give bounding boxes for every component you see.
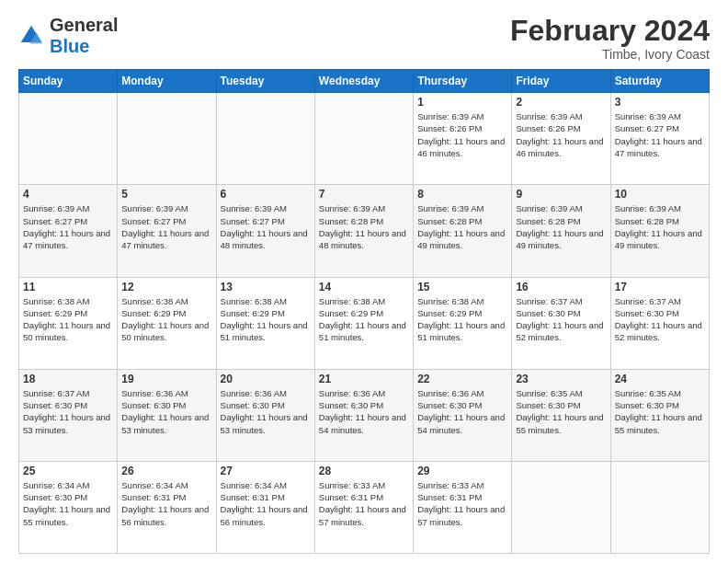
table-row: 14Sunrise: 6:38 AMSunset: 6:29 PMDayligh… <box>314 277 413 369</box>
calendar-header-row: Sunday Monday Tuesday Wednesday Thursday… <box>19 70 710 93</box>
calendar-week-row: 1Sunrise: 6:39 AMSunset: 6:26 PMDaylight… <box>19 93 710 185</box>
day-number: 21 <box>319 373 409 385</box>
day-info: Sunrise: 6:39 AMSunset: 6:27 PMDaylight:… <box>121 202 211 251</box>
day-number: 18 <box>23 373 113 385</box>
day-number: 3 <box>615 96 705 109</box>
table-row: 22Sunrise: 6:36 AMSunset: 6:30 PMDayligh… <box>414 369 512 461</box>
day-number: 24 <box>615 373 705 385</box>
table-row: 18Sunrise: 6:37 AMSunset: 6:30 PMDayligh… <box>19 369 118 461</box>
month-title: February 2024 <box>510 15 710 47</box>
day-number: 19 <box>121 373 211 385</box>
day-number: 5 <box>121 188 211 201</box>
day-info: Sunrise: 6:39 AMSunset: 6:28 PMDaylight:… <box>516 202 606 251</box>
day-number: 8 <box>417 188 507 201</box>
day-number: 16 <box>516 281 606 293</box>
header-tuesday: Tuesday <box>216 70 314 93</box>
table-row <box>19 93 118 185</box>
day-info: Sunrise: 6:33 AMSunset: 6:31 PMDaylight:… <box>319 479 409 528</box>
day-number: 22 <box>417 373 507 385</box>
day-info: Sunrise: 6:39 AMSunset: 6:27 PMDaylight:… <box>615 110 705 159</box>
day-info: Sunrise: 6:36 AMSunset: 6:30 PMDaylight:… <box>417 387 507 436</box>
table-row <box>314 93 413 185</box>
day-info: Sunrise: 6:39 AMSunset: 6:27 PMDaylight:… <box>23 202 113 251</box>
header-saturday: Saturday <box>610 70 709 93</box>
day-number: 12 <box>121 281 211 293</box>
table-row: 2Sunrise: 6:39 AMSunset: 6:26 PMDaylight… <box>512 93 610 185</box>
day-info: Sunrise: 6:35 AMSunset: 6:30 PMDaylight:… <box>516 387 606 436</box>
calendar-week-row: 4Sunrise: 6:39 AMSunset: 6:27 PMDaylight… <box>19 185 710 277</box>
table-row: 27Sunrise: 6:34 AMSunset: 6:31 PMDayligh… <box>216 461 314 553</box>
calendar-week-row: 18Sunrise: 6:37 AMSunset: 6:30 PMDayligh… <box>19 369 710 461</box>
table-row: 28Sunrise: 6:33 AMSunset: 6:31 PMDayligh… <box>314 461 413 553</box>
title-block: February 2024 Timbe, Ivory Coast <box>510 15 710 62</box>
header-sunday: Sunday <box>19 70 118 93</box>
day-info: Sunrise: 6:39 AMSunset: 6:28 PMDaylight:… <box>615 202 705 251</box>
day-number: 2 <box>516 96 606 109</box>
table-row: 29Sunrise: 6:33 AMSunset: 6:31 PMDayligh… <box>414 461 512 553</box>
header-friday: Friday <box>512 70 610 93</box>
table-row <box>216 93 314 185</box>
table-row: 13Sunrise: 6:38 AMSunset: 6:29 PMDayligh… <box>216 277 314 369</box>
day-info: Sunrise: 6:34 AMSunset: 6:30 PMDaylight:… <box>23 479 113 528</box>
logo: General Blue <box>18 15 118 57</box>
calendar-week-row: 11Sunrise: 6:38 AMSunset: 6:29 PMDayligh… <box>19 277 710 369</box>
day-info: Sunrise: 6:37 AMSunset: 6:30 PMDaylight:… <box>615 295 705 344</box>
day-info: Sunrise: 6:39 AMSunset: 6:28 PMDaylight:… <box>319 202 409 251</box>
day-info: Sunrise: 6:37 AMSunset: 6:30 PMDaylight:… <box>516 295 606 344</box>
page: General Blue February 2024 Timbe, Ivory … <box>0 0 728 563</box>
day-info: Sunrise: 6:39 AMSunset: 6:26 PMDaylight:… <box>516 110 606 159</box>
table-row: 20Sunrise: 6:36 AMSunset: 6:30 PMDayligh… <box>216 369 314 461</box>
table-row: 23Sunrise: 6:35 AMSunset: 6:30 PMDayligh… <box>512 369 610 461</box>
day-number: 20 <box>221 373 311 385</box>
logo-icon <box>18 23 44 49</box>
day-info: Sunrise: 6:39 AMSunset: 6:27 PMDaylight:… <box>221 202 311 251</box>
table-row: 21Sunrise: 6:36 AMSunset: 6:30 PMDayligh… <box>314 369 413 461</box>
day-number: 28 <box>319 465 409 477</box>
day-number: 4 <box>23 188 113 201</box>
day-info: Sunrise: 6:36 AMSunset: 6:30 PMDaylight:… <box>319 387 409 436</box>
day-info: Sunrise: 6:37 AMSunset: 6:30 PMDaylight:… <box>23 387 113 436</box>
day-info: Sunrise: 6:35 AMSunset: 6:30 PMDaylight:… <box>615 387 705 436</box>
header-wednesday: Wednesday <box>314 70 413 93</box>
table-row <box>610 461 709 553</box>
header: General Blue February 2024 Timbe, Ivory … <box>18 15 710 62</box>
table-row: 26Sunrise: 6:34 AMSunset: 6:31 PMDayligh… <box>118 461 216 553</box>
table-row: 9Sunrise: 6:39 AMSunset: 6:28 PMDaylight… <box>512 185 610 277</box>
day-info: Sunrise: 6:36 AMSunset: 6:30 PMDaylight:… <box>221 387 311 436</box>
day-info: Sunrise: 6:34 AMSunset: 6:31 PMDaylight:… <box>221 479 311 528</box>
day-info: Sunrise: 6:39 AMSunset: 6:28 PMDaylight:… <box>417 202 507 251</box>
day-number: 13 <box>221 281 311 293</box>
table-row <box>512 461 610 553</box>
table-row: 19Sunrise: 6:36 AMSunset: 6:30 PMDayligh… <box>118 369 216 461</box>
day-info: Sunrise: 6:38 AMSunset: 6:29 PMDaylight:… <box>121 295 211 344</box>
header-thursday: Thursday <box>414 70 512 93</box>
day-number: 10 <box>615 188 705 201</box>
table-row: 8Sunrise: 6:39 AMSunset: 6:28 PMDaylight… <box>414 185 512 277</box>
header-monday: Monday <box>118 70 216 93</box>
day-info: Sunrise: 6:38 AMSunset: 6:29 PMDaylight:… <box>319 295 409 344</box>
table-row: 25Sunrise: 6:34 AMSunset: 6:30 PMDayligh… <box>19 461 118 553</box>
table-row: 5Sunrise: 6:39 AMSunset: 6:27 PMDaylight… <box>118 185 216 277</box>
day-number: 26 <box>121 465 211 477</box>
table-row: 11Sunrise: 6:38 AMSunset: 6:29 PMDayligh… <box>19 277 118 369</box>
day-number: 25 <box>23 465 113 477</box>
table-row: 12Sunrise: 6:38 AMSunset: 6:29 PMDayligh… <box>118 277 216 369</box>
day-number: 6 <box>221 188 311 201</box>
logo-text: General Blue <box>50 15 118 57</box>
table-row: 3Sunrise: 6:39 AMSunset: 6:27 PMDaylight… <box>610 93 709 185</box>
day-info: Sunrise: 6:33 AMSunset: 6:31 PMDaylight:… <box>417 479 507 528</box>
calendar-week-row: 25Sunrise: 6:34 AMSunset: 6:30 PMDayligh… <box>19 461 710 553</box>
table-row: 7Sunrise: 6:39 AMSunset: 6:28 PMDaylight… <box>314 185 413 277</box>
day-number: 7 <box>319 188 409 201</box>
day-info: Sunrise: 6:36 AMSunset: 6:30 PMDaylight:… <box>121 387 211 436</box>
day-number: 9 <box>516 188 606 201</box>
day-info: Sunrise: 6:34 AMSunset: 6:31 PMDaylight:… <box>121 479 211 528</box>
day-info: Sunrise: 6:38 AMSunset: 6:29 PMDaylight:… <box>221 295 311 344</box>
day-number: 27 <box>221 465 311 477</box>
table-row: 24Sunrise: 6:35 AMSunset: 6:30 PMDayligh… <box>610 369 709 461</box>
table-row: 17Sunrise: 6:37 AMSunset: 6:30 PMDayligh… <box>610 277 709 369</box>
day-number: 17 <box>615 281 705 293</box>
table-row: 15Sunrise: 6:38 AMSunset: 6:29 PMDayligh… <box>414 277 512 369</box>
day-number: 11 <box>23 281 113 293</box>
calendar-table: Sunday Monday Tuesday Wednesday Thursday… <box>18 69 710 554</box>
